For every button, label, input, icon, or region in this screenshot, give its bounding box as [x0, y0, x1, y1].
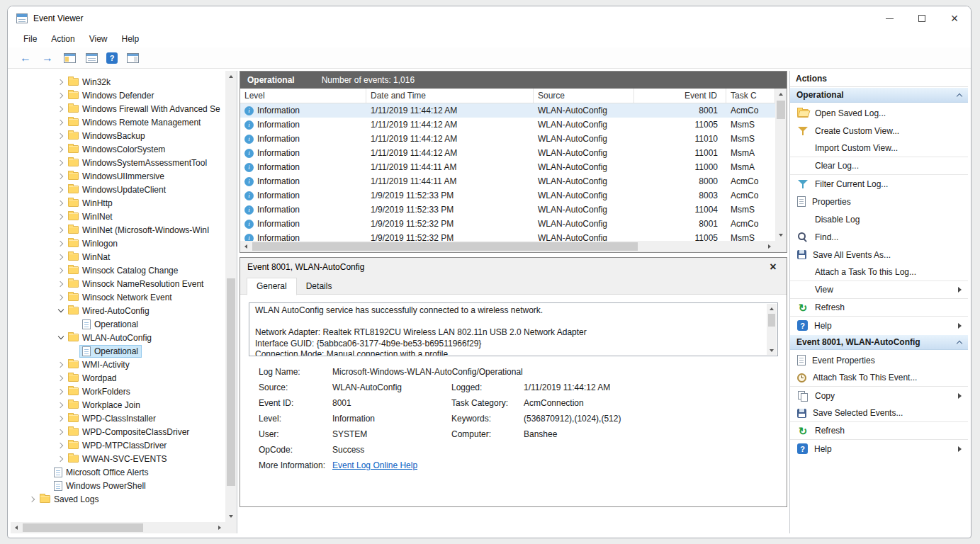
event-row[interactable]: Information1/11/2019 11:44:12 AMWLAN-Aut…	[240, 103, 775, 118]
maximize-button[interactable]	[906, 6, 938, 30]
chevron-collapsed-icon[interactable]	[56, 131, 66, 141]
menu-help[interactable]: Help	[115, 32, 147, 46]
action-item[interactable]: Attach a Task To this Log...	[790, 264, 968, 281]
chevron-collapsed-icon[interactable]	[56, 373, 66, 383]
action-item[interactable]: Event Properties	[790, 351, 968, 369]
scrollbar-thumb[interactable]	[777, 101, 785, 119]
tree-item[interactable]: WMI-Activity	[11, 358, 225, 371]
chevron-collapsed-icon[interactable]	[56, 239, 66, 249]
menu-view[interactable]: View	[82, 32, 115, 46]
description-scrollbar[interactable]	[767, 304, 777, 355]
menu-action[interactable]: Action	[44, 32, 81, 46]
tree-item[interactable]: WinHttp	[11, 196, 225, 210]
tree-item[interactable]: WindowsUpdateClient	[11, 183, 225, 196]
action-item[interactable]: Import Custom View...	[790, 140, 968, 157]
scroll-down-icon[interactable]	[775, 230, 787, 241]
chevron-collapsed-icon[interactable]	[56, 414, 66, 424]
tab-details[interactable]: Details	[297, 278, 342, 295]
scrollbar-thumb[interactable]	[23, 523, 143, 532]
chevron-collapsed-icon[interactable]	[56, 104, 66, 114]
scrollbar-thumb[interactable]	[227, 278, 235, 486]
tree-item[interactable]: WinNat	[11, 250, 225, 264]
chevron-collapsed-icon[interactable]	[56, 387, 66, 397]
tree-item[interactable]: Workplace Join	[11, 398, 225, 412]
tab-general[interactable]: General	[247, 278, 297, 295]
collapse-section-icon[interactable]	[957, 93, 962, 98]
event-row[interactable]: Information1/11/2019 11:44:12 AMWLAN-Aut…	[240, 146, 775, 160]
chevron-expanded-icon[interactable]	[56, 333, 66, 343]
chevron-collapsed-icon[interactable]	[56, 360, 66, 370]
event-row[interactable]: Information1/11/2019 11:44:12 AMWLAN-Aut…	[240, 118, 775, 132]
chevron-collapsed-icon[interactable]	[56, 77, 66, 87]
export-list-icon[interactable]	[86, 53, 98, 63]
scroll-up-icon[interactable]	[775, 89, 787, 100]
action-item[interactable]: Properties	[790, 193, 968, 210]
show-action-pane-icon[interactable]	[127, 53, 139, 63]
action-item[interactable]: Copy	[790, 387, 968, 404]
action-section-header[interactable]: Event 8001, WLAN-AutoConfig	[790, 334, 968, 350]
action-section-header[interactable]: Operational	[790, 87, 968, 103]
tree-item[interactable]: Saved Logs	[11, 492, 225, 506]
close-preview-icon[interactable]	[767, 261, 779, 273]
chevron-collapsed-icon[interactable]	[56, 158, 66, 168]
scroll-right-icon[interactable]	[214, 522, 225, 533]
event-log-online-help-link[interactable]: Event Log Online Help	[332, 460, 417, 470]
tree-item[interactable]: Windows Firewall With Advanced Se	[11, 102, 225, 115]
tree-item[interactable]: Winsock Catalog Change	[11, 264, 225, 277]
chevron-collapsed-icon[interactable]	[56, 266, 66, 276]
action-item[interactable]: View	[790, 281, 968, 299]
action-item[interactable]: Refresh	[790, 299, 968, 317]
back-icon[interactable]	[18, 51, 33, 65]
chevron-collapsed-icon[interactable]	[56, 454, 66, 464]
tree-item[interactable]: WinINet	[11, 210, 225, 223]
minimize-button[interactable]	[873, 6, 906, 30]
event-row[interactable]: Information1/11/2019 11:44:11 AMWLAN-Aut…	[240, 174, 775, 188]
action-item[interactable]: Find...	[790, 228, 968, 246]
chevron-collapsed-icon[interactable]	[56, 427, 66, 437]
chevron-collapsed-icon[interactable]	[56, 293, 66, 302]
scroll-left-icon[interactable]	[240, 241, 252, 252]
chevron-collapsed-icon[interactable]	[28, 494, 38, 504]
chevron-collapsed-icon[interactable]	[56, 171, 66, 181]
column-level[interactable]: Level	[240, 89, 366, 103]
tree-item[interactable]: WindowsUIImmersive	[11, 169, 225, 183]
chevron-collapsed-icon[interactable]	[56, 198, 66, 208]
tree-horizontal-scrollbar[interactable]	[11, 522, 225, 533]
help-icon[interactable]	[106, 52, 118, 64]
tree-item[interactable]: Wordpad	[11, 371, 225, 385]
tree-item[interactable]: WWAN-SVC-EVENTS	[11, 452, 225, 465]
tree-item[interactable]: Operational	[11, 344, 225, 358]
scroll-up-icon[interactable]	[767, 304, 777, 313]
action-item[interactable]: Refresh	[790, 422, 968, 440]
chevron-collapsed-icon[interactable]	[56, 144, 66, 154]
chevron-collapsed-icon[interactable]	[56, 252, 66, 262]
event-row[interactable]: Information1/11/2019 11:44:12 AMWLAN-Aut…	[240, 132, 775, 146]
action-item[interactable]: Clear Log...	[790, 157, 968, 175]
tree-item[interactable]: Winsock NameResolution Event	[11, 277, 225, 290]
tree-item[interactable]: WinINet (Microsoft-Windows-WinI	[11, 223, 225, 237]
action-item[interactable]: Help	[790, 317, 968, 334]
chevron-collapsed-icon[interactable]	[56, 279, 66, 289]
chevron-collapsed-icon[interactable]	[56, 185, 66, 195]
action-item[interactable]: Disable Log	[790, 210, 968, 228]
tree-item[interactable]: Winlogon	[11, 237, 225, 250]
chevron-collapsed-icon[interactable]	[56, 225, 66, 235]
tree-item[interactable]: WPD-CompositeClassDriver	[11, 425, 225, 438]
table-horizontal-scrollbar[interactable]	[240, 241, 775, 252]
scrollbar-thumb[interactable]	[768, 314, 775, 327]
action-item[interactable]: Open Saved Log...	[790, 104, 968, 122]
chevron-collapsed-icon[interactable]	[56, 118, 66, 128]
action-item[interactable]: Attach Task To This Event...	[790, 369, 968, 387]
tree-item[interactable]: WindowsBackup	[11, 129, 225, 142]
action-item[interactable]: Save All Events As...	[790, 246, 968, 264]
action-item[interactable]: Save Selected Events...	[790, 404, 968, 422]
tree-item[interactable]: Windows Defender	[11, 89, 225, 102]
table-vertical-scrollbar[interactable]	[775, 89, 787, 241]
tree-item[interactable]: WindowsSystemAssessmentTool	[11, 156, 225, 169]
scroll-down-icon[interactable]	[767, 346, 777, 355]
tree-item[interactable]: Windows Remote Management	[11, 115, 225, 129]
forward-icon[interactable]	[40, 51, 55, 65]
menu-file[interactable]: File	[16, 32, 44, 46]
event-row[interactable]: Information1/9/2019 11:52:33 PMWLAN-Auto…	[240, 203, 775, 217]
tree-vertical-scrollbar[interactable]	[225, 71, 237, 522]
